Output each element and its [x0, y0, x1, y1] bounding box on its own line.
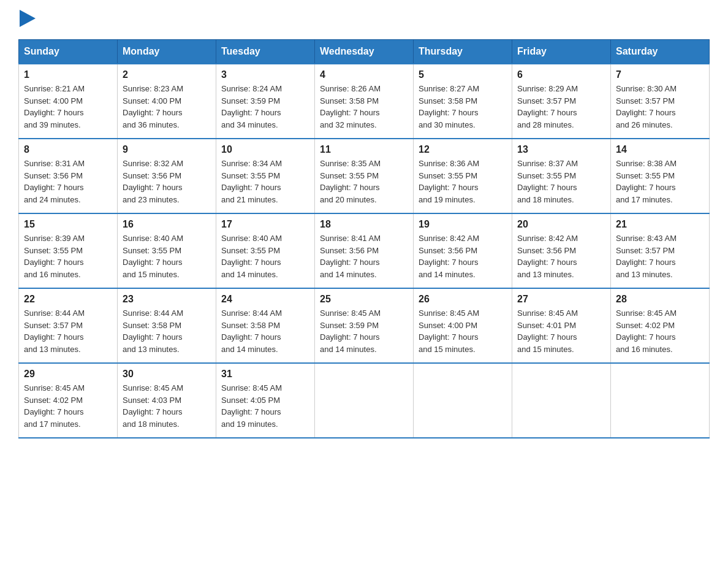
- header-friday: Friday: [512, 40, 611, 64]
- day-cell: 16 Sunrise: 8:40 AM Sunset: 3:55 PM Dayl…: [118, 213, 216, 288]
- day-cell: 23 Sunrise: 8:44 AM Sunset: 3:58 PM Dayl…: [118, 288, 216, 363]
- day-info: Sunrise: 8:45 AM Sunset: 4:03 PM Dayligh…: [123, 382, 211, 430]
- page-header: [18, 12, 710, 27]
- day-number: 25: [320, 294, 408, 305]
- day-number: 22: [24, 294, 112, 305]
- day-number: 24: [221, 294, 309, 305]
- day-info: Sunrise: 8:30 AM Sunset: 3:57 PM Dayligh…: [616, 83, 704, 131]
- header-wednesday: Wednesday: [315, 40, 414, 64]
- day-cell: 21 Sunrise: 8:43 AM Sunset: 3:57 PM Dayl…: [611, 213, 710, 288]
- week-row-4: 22 Sunrise: 8:44 AM Sunset: 3:57 PM Dayl…: [19, 288, 710, 363]
- day-cell: [512, 363, 611, 438]
- day-cell: 15 Sunrise: 8:39 AM Sunset: 3:55 PM Dayl…: [19, 213, 118, 288]
- day-cell: 5 Sunrise: 8:27 AM Sunset: 3:58 PM Dayli…: [414, 64, 512, 139]
- day-number: 17: [221, 219, 309, 230]
- day-number: 15: [24, 219, 112, 230]
- day-info: Sunrise: 8:37 AM Sunset: 3:55 PM Dayligh…: [517, 158, 605, 205]
- header-saturday: Saturday: [611, 40, 710, 64]
- day-cell: 13 Sunrise: 8:37 AM Sunset: 3:55 PM Dayl…: [512, 139, 611, 213]
- day-cell: 12 Sunrise: 8:36 AM Sunset: 3:55 PM Dayl…: [414, 139, 512, 213]
- day-number: 14: [616, 144, 704, 155]
- day-number: 1: [24, 69, 112, 80]
- day-number: 10: [221, 144, 309, 155]
- day-info: Sunrise: 8:42 AM Sunset: 3:56 PM Dayligh…: [517, 232, 605, 280]
- calendar-header-row: SundayMondayTuesdayWednesdayThursdayFrid…: [19, 40, 710, 64]
- day-info: Sunrise: 8:43 AM Sunset: 3:57 PM Dayligh…: [616, 232, 704, 280]
- day-cell: 28 Sunrise: 8:45 AM Sunset: 4:02 PM Dayl…: [611, 288, 710, 363]
- day-number: 27: [517, 294, 605, 305]
- day-number: 2: [123, 69, 211, 80]
- svg-marker-0: [20, 10, 36, 27]
- day-number: 19: [419, 219, 507, 230]
- day-info: Sunrise: 8:27 AM Sunset: 3:58 PM Dayligh…: [419, 83, 507, 131]
- week-row-1: 1 Sunrise: 8:21 AM Sunset: 4:00 PM Dayli…: [19, 64, 710, 139]
- calendar-table: SundayMondayTuesdayWednesdayThursdayFrid…: [18, 39, 710, 439]
- day-info: Sunrise: 8:44 AM Sunset: 3:58 PM Dayligh…: [221, 307, 309, 355]
- day-info: Sunrise: 8:31 AM Sunset: 3:56 PM Dayligh…: [24, 158, 112, 205]
- day-cell: 31 Sunrise: 8:45 AM Sunset: 4:05 PM Dayl…: [216, 363, 315, 438]
- day-number: 26: [419, 294, 507, 305]
- day-info: Sunrise: 8:45 AM Sunset: 4:05 PM Dayligh…: [221, 382, 309, 430]
- day-info: Sunrise: 8:42 AM Sunset: 3:56 PM Dayligh…: [419, 232, 507, 280]
- day-number: 7: [616, 69, 704, 80]
- day-info: Sunrise: 8:39 AM Sunset: 3:55 PM Dayligh…: [24, 232, 112, 280]
- day-cell: [414, 363, 512, 438]
- day-cell: 4 Sunrise: 8:26 AM Sunset: 3:58 PM Dayli…: [315, 64, 414, 139]
- day-cell: 18 Sunrise: 8:41 AM Sunset: 3:56 PM Dayl…: [315, 213, 414, 288]
- day-number: 18: [320, 219, 408, 230]
- day-number: 31: [221, 369, 309, 380]
- header-thursday: Thursday: [414, 40, 512, 64]
- header-tuesday: Tuesday: [216, 40, 315, 64]
- day-number: 6: [517, 69, 605, 80]
- day-cell: 25 Sunrise: 8:45 AM Sunset: 3:59 PM Dayl…: [315, 288, 414, 363]
- day-info: Sunrise: 8:24 AM Sunset: 3:59 PM Dayligh…: [221, 83, 309, 131]
- day-cell: 19 Sunrise: 8:42 AM Sunset: 3:56 PM Dayl…: [414, 213, 512, 288]
- day-cell: 29 Sunrise: 8:45 AM Sunset: 4:02 PM Dayl…: [19, 363, 118, 438]
- day-number: 20: [517, 219, 605, 230]
- day-number: 21: [616, 219, 704, 230]
- day-number: 4: [320, 69, 408, 80]
- day-number: 8: [24, 144, 112, 155]
- day-cell: 17 Sunrise: 8:40 AM Sunset: 3:55 PM Dayl…: [216, 213, 315, 288]
- week-row-2: 8 Sunrise: 8:31 AM Sunset: 3:56 PM Dayli…: [19, 139, 710, 213]
- day-info: Sunrise: 8:45 AM Sunset: 4:00 PM Dayligh…: [419, 307, 507, 355]
- day-info: Sunrise: 8:40 AM Sunset: 3:55 PM Dayligh…: [221, 232, 309, 280]
- day-number: 9: [123, 144, 211, 155]
- day-info: Sunrise: 8:32 AM Sunset: 3:56 PM Dayligh…: [123, 158, 211, 205]
- day-cell: 1 Sunrise: 8:21 AM Sunset: 4:00 PM Dayli…: [19, 64, 118, 139]
- day-cell: 10 Sunrise: 8:34 AM Sunset: 3:55 PM Dayl…: [216, 139, 315, 213]
- logo-arrow-icon: [20, 10, 36, 27]
- day-info: Sunrise: 8:45 AM Sunset: 3:59 PM Dayligh…: [320, 307, 408, 355]
- day-info: Sunrise: 8:29 AM Sunset: 3:57 PM Dayligh…: [517, 83, 605, 131]
- day-cell: [315, 363, 414, 438]
- day-info: Sunrise: 8:44 AM Sunset: 3:57 PM Dayligh…: [24, 307, 112, 355]
- day-cell: 9 Sunrise: 8:32 AM Sunset: 3:56 PM Dayli…: [118, 139, 216, 213]
- day-number: 11: [320, 144, 408, 155]
- day-info: Sunrise: 8:40 AM Sunset: 3:55 PM Dayligh…: [123, 232, 211, 280]
- day-cell: 20 Sunrise: 8:42 AM Sunset: 3:56 PM Dayl…: [512, 213, 611, 288]
- header-monday: Monday: [118, 40, 216, 64]
- day-info: Sunrise: 8:35 AM Sunset: 3:55 PM Dayligh…: [320, 158, 408, 205]
- day-number: 5: [419, 69, 507, 80]
- day-cell: 22 Sunrise: 8:44 AM Sunset: 3:57 PM Dayl…: [19, 288, 118, 363]
- day-number: 30: [123, 369, 211, 380]
- day-info: Sunrise: 8:26 AM Sunset: 3:58 PM Dayligh…: [320, 83, 408, 131]
- day-cell: 30 Sunrise: 8:45 AM Sunset: 4:03 PM Dayl…: [118, 363, 216, 438]
- day-info: Sunrise: 8:34 AM Sunset: 3:55 PM Dayligh…: [221, 158, 309, 205]
- day-cell: 8 Sunrise: 8:31 AM Sunset: 3:56 PM Dayli…: [19, 139, 118, 213]
- day-cell: 14 Sunrise: 8:38 AM Sunset: 3:55 PM Dayl…: [611, 139, 710, 213]
- header-sunday: Sunday: [19, 40, 118, 64]
- day-number: 23: [123, 294, 211, 305]
- day-info: Sunrise: 8:38 AM Sunset: 3:55 PM Dayligh…: [616, 158, 704, 205]
- day-cell: 27 Sunrise: 8:45 AM Sunset: 4:01 PM Dayl…: [512, 288, 611, 363]
- day-number: 13: [517, 144, 605, 155]
- day-info: Sunrise: 8:41 AM Sunset: 3:56 PM Dayligh…: [320, 232, 408, 280]
- day-cell: 7 Sunrise: 8:30 AM Sunset: 3:57 PM Dayli…: [611, 64, 710, 139]
- day-info: Sunrise: 8:23 AM Sunset: 4:00 PM Dayligh…: [123, 83, 211, 131]
- day-cell: 24 Sunrise: 8:44 AM Sunset: 3:58 PM Dayl…: [216, 288, 315, 363]
- day-info: Sunrise: 8:45 AM Sunset: 4:01 PM Dayligh…: [517, 307, 605, 355]
- week-row-3: 15 Sunrise: 8:39 AM Sunset: 3:55 PM Dayl…: [19, 213, 710, 288]
- day-cell: [611, 363, 710, 438]
- day-cell: 3 Sunrise: 8:24 AM Sunset: 3:59 PM Dayli…: [216, 64, 315, 139]
- logo: [18, 12, 36, 27]
